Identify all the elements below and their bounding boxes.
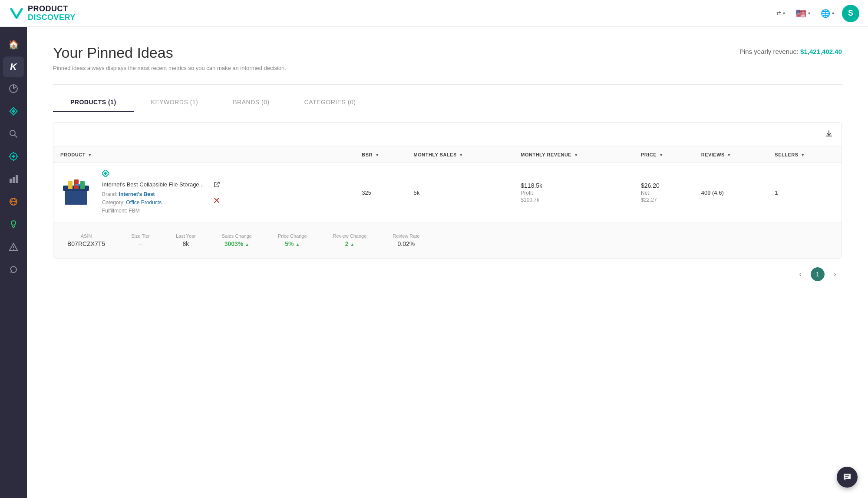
col-monthly-revenue[interactable]: MONTHLY REVENUE ▾ bbox=[514, 147, 634, 163]
col-bsr-label: BSR bbox=[362, 152, 373, 157]
switch-icon: ⇄ bbox=[776, 10, 781, 17]
reviews-cell: 409 (4.6) bbox=[694, 163, 768, 223]
chevron-down-icon: ▾ bbox=[783, 11, 785, 16]
col-bsr[interactable]: BSR ▾ bbox=[355, 147, 406, 163]
svg-point-3 bbox=[10, 130, 15, 136]
reviews-value: 409 (4.6) bbox=[701, 189, 724, 196]
analytics-icon bbox=[9, 84, 18, 96]
crosshair-icon bbox=[9, 152, 18, 163]
sidebar-item-search[interactable] bbox=[3, 124, 24, 145]
col-reviews[interactable]: REVIEWS ▾ bbox=[694, 147, 768, 163]
price-cell: $26.20 Net $22.27 bbox=[634, 163, 694, 223]
logo-area: PRODUCT DISCOVERY bbox=[9, 5, 76, 22]
sidebar-item-keyword[interactable]: K bbox=[3, 56, 24, 77]
svg-rect-26 bbox=[104, 172, 107, 175]
product-meta: Brand: Internet's Best Category: Office … bbox=[102, 190, 204, 216]
col-price[interactable]: PRICE ▾ bbox=[634, 147, 694, 163]
last-year-item: Last Year 8k bbox=[176, 233, 196, 247]
home-icon: 🏠 bbox=[8, 39, 19, 50]
col-product[interactable]: PRODUCT ▾ bbox=[53, 147, 355, 163]
current-page-btn[interactable]: 1 bbox=[811, 267, 825, 281]
pin-icon[interactable] bbox=[102, 170, 109, 179]
yearly-revenue-label: Pins yearly revenue: bbox=[739, 48, 799, 55]
svg-point-18 bbox=[13, 249, 14, 250]
col-monthly-sales[interactable]: MONTHLY SALES ▾ bbox=[407, 147, 514, 163]
language-selector[interactable]: 🇺🇸 ▾ bbox=[793, 7, 813, 20]
product-category: Office Products bbox=[126, 199, 162, 206]
action-icons bbox=[211, 179, 223, 206]
sellers-cell: 1 bbox=[768, 163, 842, 223]
sidebar-item-explore[interactable] bbox=[3, 147, 24, 168]
diamond-icon bbox=[9, 106, 18, 118]
external-link-icon[interactable] bbox=[211, 179, 223, 191]
prev-page-btn[interactable]: ‹ bbox=[793, 267, 807, 281]
extra-data-container: ASIN B07RCZX7T5 Size Tier -- Last Year 8… bbox=[60, 230, 835, 251]
monthly-revenue-cell: $118.5k Profit $100.7k bbox=[514, 163, 634, 223]
svg-rect-19 bbox=[65, 189, 87, 205]
triangle-alert-icon bbox=[9, 242, 18, 254]
yearly-revenue-amount: $1,421,402.40 bbox=[800, 48, 842, 55]
tabs: PRODUCTS (1) KEYWORDS (1) BRANDS (0) CAT… bbox=[53, 93, 842, 112]
size-tier-label: Size Tier bbox=[131, 233, 150, 239]
tab-brands[interactable]: BRANDS (0) bbox=[215, 93, 287, 112]
sort-icon: ▾ bbox=[575, 153, 578, 157]
table-card: PRODUCT ▾ BSR ▾ MONTHLY SALES ▾ MONTHL bbox=[53, 122, 842, 259]
pagination: ‹ 1 › bbox=[53, 259, 842, 290]
review-change-value: 2 ▲ bbox=[333, 240, 367, 247]
price-label: Net bbox=[641, 190, 687, 196]
sidebar-item-insights[interactable] bbox=[3, 192, 24, 213]
svg-point-5 bbox=[12, 155, 15, 158]
tab-brands-label: BRANDS (0) bbox=[233, 99, 269, 106]
tab-products[interactable]: PRODUCTS (1) bbox=[53, 93, 134, 112]
price-value: $26.20 bbox=[641, 182, 687, 189]
tab-categories[interactable]: CATEGORIES (0) bbox=[287, 93, 373, 112]
globe-selector[interactable]: 🌐 ▾ bbox=[818, 7, 837, 20]
chat-bubble[interactable] bbox=[837, 467, 858, 488]
logo-icon bbox=[9, 6, 24, 21]
asin-value: B07RCZX7T5 bbox=[67, 240, 105, 247]
refresh-icon bbox=[9, 265, 18, 276]
sidebar-item-home[interactable]: 🏠 bbox=[3, 34, 24, 55]
sales-change-item: Sales Change 3003% ▲ bbox=[222, 233, 252, 247]
price-net: $22.27 bbox=[641, 197, 687, 203]
sidebar-item-analytics[interactable] bbox=[3, 79, 24, 100]
switch-accounts-btn[interactable]: ⇄ ▾ bbox=[774, 8, 788, 18]
size-tier-value: -- bbox=[131, 240, 150, 247]
sales-change-label: Sales Change bbox=[222, 233, 252, 239]
logo-discovery: DISCOVERY bbox=[28, 13, 76, 22]
tab-keywords[interactable]: KEYWORDS (1) bbox=[134, 93, 216, 112]
revenue-label: Profit bbox=[521, 190, 627, 196]
sidebar-item-refresh[interactable] bbox=[3, 260, 24, 281]
sidebar-item-alerts[interactable] bbox=[3, 237, 24, 258]
sidebar-item-discovery[interactable] bbox=[3, 102, 24, 123]
product-name: Internet's Best Collapsible File Storage… bbox=[102, 181, 204, 188]
page-subtitle: Pinned ideas always displays the most re… bbox=[53, 65, 286, 71]
col-monthly-revenue-label: MONTHLY REVENUE bbox=[521, 152, 571, 157]
svg-rect-21 bbox=[68, 181, 73, 189]
tab-products-label: PRODUCTS (1) bbox=[70, 99, 116, 106]
topnav: PRODUCT DISCOVERY ⇄ ▾ 🇺🇸 ▾ 🌐 ▾ S bbox=[0, 0, 868, 27]
sort-icon: ▾ bbox=[376, 153, 379, 157]
chevron-down-icon: ▾ bbox=[808, 11, 810, 16]
asin-item: ASIN B07RCZX7T5 bbox=[67, 233, 105, 247]
next-page-btn[interactable]: › bbox=[828, 267, 842, 281]
review-rate-label: Review Rate bbox=[393, 233, 419, 239]
size-tier-item: Size Tier -- bbox=[131, 233, 150, 247]
chevron-down-icon: ▾ bbox=[832, 11, 834, 16]
page-header-top: Your Pinned Ideas Pinned ideas always di… bbox=[53, 44, 842, 71]
sidebar-item-charts[interactable] bbox=[3, 169, 24, 190]
col-sellers[interactable]: SELLERS ▾ bbox=[768, 147, 842, 163]
user-avatar[interactable]: S bbox=[842, 5, 859, 22]
download-button[interactable] bbox=[823, 128, 835, 141]
col-price-label: PRICE bbox=[641, 152, 657, 157]
sidebar-item-tools[interactable] bbox=[3, 215, 24, 236]
col-sellers-label: SELLERS bbox=[775, 152, 798, 157]
topnav-right: ⇄ ▾ 🇺🇸 ▾ 🌐 ▾ S bbox=[774, 5, 859, 22]
review-change-item: Review Change 2 ▲ bbox=[333, 233, 367, 247]
review-rate-item: Review Rate 0.02% bbox=[393, 233, 419, 247]
main-content: Your Pinned Ideas Pinned ideas always di… bbox=[27, 27, 868, 498]
extra-data-row: ASIN B07RCZX7T5 Size Tier -- Last Year 8… bbox=[53, 222, 842, 258]
svg-rect-11 bbox=[13, 177, 15, 183]
remove-pin-icon[interactable] bbox=[211, 194, 223, 206]
extra-data-cell: ASIN B07RCZX7T5 Size Tier -- Last Year 8… bbox=[53, 222, 842, 258]
